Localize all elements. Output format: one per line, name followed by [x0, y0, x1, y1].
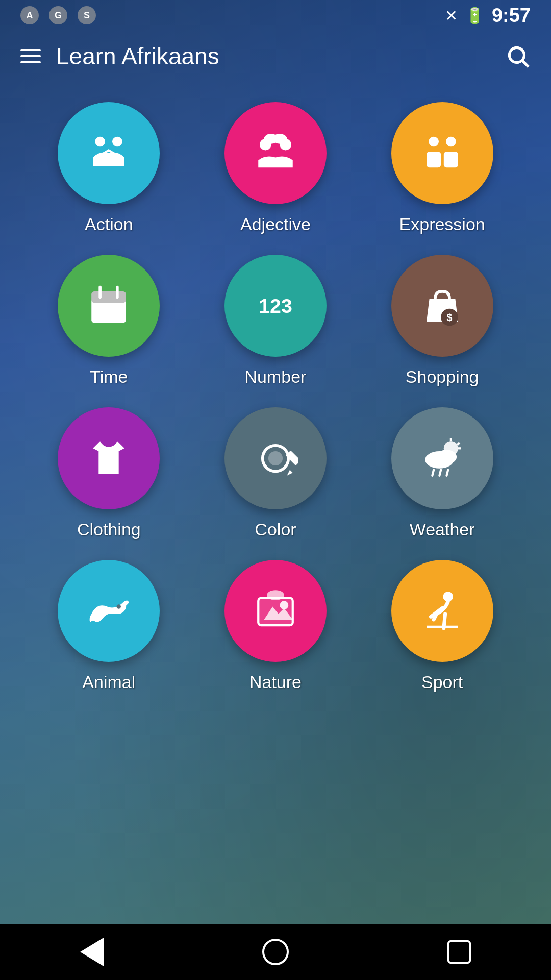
status-icons: A G S [20, 6, 96, 24]
svg-line-1 [522, 61, 528, 66]
svg-line-32 [432, 470, 434, 476]
svg-point-0 [509, 47, 524, 62]
number-icon: 123 [253, 283, 298, 329]
weather-circle [391, 407, 493, 509]
animal-icon [86, 588, 132, 634]
svg-line-28 [457, 443, 459, 445]
color-circle [224, 407, 327, 509]
svg-point-39 [280, 601, 288, 609]
nature-circle [224, 560, 327, 662]
svg-text:$: $ [446, 312, 452, 323]
app-title: Learn Afrikaans [46, 42, 500, 70]
sport-circle [391, 560, 493, 662]
adjective-label: Adjective [240, 214, 311, 234]
search-icon [505, 43, 531, 69]
nature-label: Nature [249, 672, 302, 692]
category-item-nature[interactable]: Nature [197, 560, 354, 692]
status-icon-a: A [20, 6, 39, 24]
back-icon [80, 938, 104, 966]
svg-point-31 [436, 450, 456, 464]
color-icon [253, 435, 298, 481]
action-circle [58, 102, 160, 204]
category-item-number[interactable]: 123 Number [197, 255, 354, 387]
category-item-time[interactable]: 7 Time [31, 255, 187, 387]
clothing-label: Clothing [77, 520, 141, 540]
home-button[interactable] [255, 937, 296, 967]
action-label: Action [85, 214, 133, 234]
navigation-bar [0, 924, 551, 980]
status-icon-s: S [78, 6, 96, 24]
category-item-adjective[interactable]: ●● Adjective [197, 102, 354, 234]
shopping-icon: $ [419, 283, 465, 329]
svg-text:123: 123 [259, 295, 292, 317]
nature-icon [253, 588, 298, 634]
clothing-circle [58, 407, 160, 509]
category-item-clothing[interactable]: Clothing [31, 407, 187, 540]
animal-circle [58, 560, 160, 662]
category-item-color[interactable]: Color [197, 407, 354, 540]
svg-point-23 [268, 451, 283, 465]
svg-text:7: 7 [105, 302, 113, 320]
number-label: Number [245, 367, 307, 387]
home-icon [262, 939, 289, 965]
status-time: 9:57 [492, 5, 531, 27]
svg-point-3 [112, 137, 122, 147]
back-button[interactable] [71, 937, 112, 967]
svg-line-33 [439, 470, 441, 476]
category-item-weather[interactable]: Weather [364, 407, 520, 540]
svg-point-40 [267, 590, 284, 600]
shopping-circle: $ [391, 255, 493, 357]
sport-icon [419, 588, 465, 634]
svg-text:●●: ●● [263, 134, 272, 142]
toolbar: Learn Afrikaans [0, 31, 551, 82]
number-circle: 123 [224, 255, 327, 357]
expression-icon [419, 130, 465, 176]
svg-point-35 [117, 604, 121, 608]
hamburger-icon [20, 49, 41, 63]
time-icon: 7 [86, 283, 132, 329]
svg-point-2 [95, 137, 106, 147]
category-grid: Action ●● Adjective [0, 82, 551, 713]
svg-marker-25 [287, 470, 292, 476]
svg-line-34 [446, 470, 448, 476]
category-item-shopping[interactable]: $ Shopping [364, 255, 520, 387]
category-item-sport[interactable]: Sport [364, 560, 520, 692]
color-label: Color [255, 520, 296, 540]
expression-circle [391, 102, 493, 204]
status-icon-g: G [49, 6, 67, 24]
adjective-icon: ●● [253, 130, 298, 176]
menu-button[interactable] [15, 41, 46, 71]
clothing-icon [86, 435, 132, 481]
sport-label: Sport [421, 672, 463, 692]
category-item-animal[interactable]: Animal [31, 560, 187, 692]
svg-point-9 [429, 137, 439, 147]
category-item-action[interactable]: Action [31, 102, 187, 234]
action-icon [86, 130, 132, 176]
recent-button[interactable] [439, 937, 480, 967]
battery-icon: 🔋 [465, 7, 484, 24]
time-label: Time [90, 367, 128, 387]
animal-label: Animal [82, 672, 135, 692]
svg-point-10 [446, 137, 456, 147]
svg-point-7 [272, 134, 287, 144]
svg-rect-11 [427, 152, 441, 167]
time-circle: 7 [58, 255, 160, 357]
expression-label: Expression [399, 214, 485, 234]
svg-rect-12 [443, 152, 458, 167]
weather-icon [419, 435, 465, 481]
status-right: ✕ 🔋 9:57 [445, 5, 531, 27]
status-bar: A G S ✕ 🔋 9:57 [0, 0, 551, 31]
search-button[interactable] [500, 38, 536, 74]
recent-icon [447, 940, 471, 964]
adjective-circle: ●● [224, 102, 327, 204]
weather-label: Weather [410, 520, 475, 540]
signal-off-icon: ✕ [445, 7, 458, 24]
category-item-expression[interactable]: Expression [364, 102, 520, 234]
shopping-label: Shopping [406, 367, 479, 387]
